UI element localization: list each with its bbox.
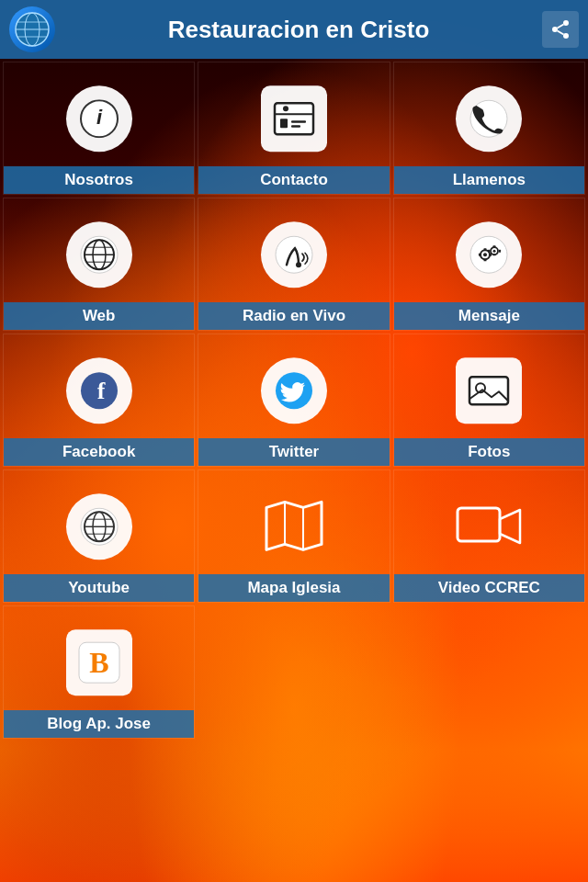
grid-item-mensaje[interactable]: Mensaje bbox=[393, 198, 585, 331]
grid-item-video[interactable]: Video CCREC bbox=[393, 469, 585, 603]
video-label: Video CCREC bbox=[394, 574, 584, 602]
mensaje-label: Mensaje bbox=[394, 302, 584, 330]
svg-point-31 bbox=[493, 249, 496, 252]
contacto-label: Contacto bbox=[198, 166, 389, 194]
nosotros-label: Nosotros bbox=[4, 166, 194, 194]
main-grid: i Nosotros Contacto Llamenos bbox=[0, 59, 588, 605]
youtube-icon bbox=[66, 493, 132, 560]
svg-text:B: B bbox=[89, 646, 108, 679]
twitter-label: Twitter bbox=[198, 438, 389, 466]
grid-item-llamenos[interactable]: Llamenos bbox=[393, 62, 585, 195]
video-icon bbox=[456, 501, 522, 552]
radio-icon bbox=[261, 221, 327, 288]
grid-item-web[interactable]: Web bbox=[3, 198, 195, 331]
svg-rect-35 bbox=[490, 253, 492, 255]
mensaje-icon bbox=[456, 221, 522, 288]
svg-text:f: f bbox=[96, 378, 105, 404]
svg-rect-39 bbox=[499, 249, 501, 252]
svg-rect-12 bbox=[275, 103, 313, 134]
grid-item-blog[interactable]: B Blog Ap. Jose bbox=[3, 605, 195, 739]
facebook-icon: f bbox=[66, 357, 132, 424]
svg-rect-36 bbox=[493, 245, 496, 247]
svg-point-5 bbox=[563, 20, 569, 26]
mapa-icon bbox=[262, 498, 326, 553]
nosotros-icon: i bbox=[66, 85, 132, 152]
web-icon bbox=[66, 221, 132, 288]
fotos-label: Fotos bbox=[394, 438, 584, 466]
grid-item-twitter[interactable]: Twitter bbox=[198, 334, 390, 467]
svg-rect-37 bbox=[493, 254, 496, 255]
app-header: Restauracion en Cristo bbox=[0, 0, 588, 59]
svg-line-8 bbox=[558, 31, 564, 35]
app-title: Restauracion en Cristo bbox=[66, 16, 531, 44]
facebook-label: Facebook bbox=[4, 438, 194, 466]
grid-item-contacto[interactable]: Contacto bbox=[198, 62, 390, 195]
blog-icon: B bbox=[66, 629, 132, 695]
svg-rect-32 bbox=[484, 248, 487, 250]
youtube-label: Youtube bbox=[4, 574, 194, 602]
svg-rect-38 bbox=[488, 249, 490, 252]
svg-rect-16 bbox=[291, 125, 300, 128]
svg-rect-43 bbox=[469, 377, 508, 404]
fotos-icon bbox=[456, 357, 522, 424]
grid-item-nosotros[interactable]: i Nosotros bbox=[3, 62, 195, 195]
svg-point-7 bbox=[563, 33, 569, 39]
svg-rect-33 bbox=[484, 259, 487, 261]
grid-item-facebook[interactable]: f Facebook bbox=[3, 334, 195, 467]
svg-rect-17 bbox=[280, 119, 288, 128]
svg-rect-15 bbox=[291, 120, 306, 123]
grid-item-youtube[interactable]: Youtube bbox=[3, 469, 195, 603]
blog-label: Blog Ap. Jose bbox=[4, 710, 194, 738]
grid-item-fotos[interactable]: Fotos bbox=[393, 334, 585, 467]
svg-point-6 bbox=[552, 27, 558, 32]
radio-label: Radio en Vivo bbox=[198, 302, 389, 330]
contacto-icon bbox=[261, 85, 327, 152]
svg-line-9 bbox=[558, 25, 564, 28]
llamenos-label: Llamenos bbox=[394, 166, 584, 194]
app-logo bbox=[9, 6, 55, 52]
svg-rect-53 bbox=[458, 508, 500, 541]
svg-point-14 bbox=[283, 106, 288, 111]
web-label: Web bbox=[4, 302, 194, 330]
bottom-grid: B Blog Ap. Jose bbox=[0, 605, 588, 741]
svg-point-26 bbox=[296, 262, 301, 267]
twitter-icon bbox=[261, 357, 327, 424]
llamenos-icon bbox=[456, 85, 522, 152]
grid-item-mapa[interactable]: Mapa Iglesia bbox=[198, 469, 390, 603]
svg-point-29 bbox=[483, 253, 487, 256]
share-button[interactable] bbox=[542, 11, 579, 48]
mapa-label: Mapa Iglesia bbox=[198, 574, 389, 602]
svg-rect-34 bbox=[479, 253, 481, 255]
grid-item-radio[interactable]: Radio en Vivo bbox=[198, 198, 390, 331]
svg-text:i: i bbox=[96, 106, 103, 129]
